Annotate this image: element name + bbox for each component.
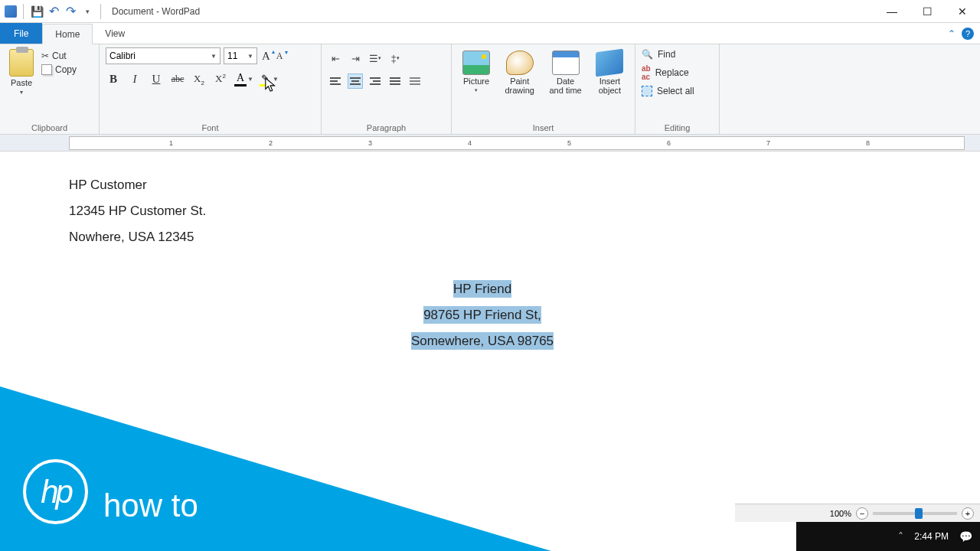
redo-icon[interactable]: ↷ (64, 5, 77, 18)
find-label: Find (658, 49, 675, 60)
paragraph-group: ⇤ ⇥ ☰▾ ‡▾ Paragraph (322, 44, 452, 134)
document-line-selected[interactable]: Somewhere, USA 98765 (69, 334, 896, 349)
maximize-button[interactable]: ☐ (910, 0, 945, 23)
title-bar: 💾 ↶ ↷ ▾ Document - WordPad — ☐ ✕ (0, 0, 980, 23)
cut-label: Cut (52, 51, 67, 61)
collapse-ribbon-icon[interactable]: ⌃ (948, 28, 956, 39)
save-icon[interactable]: 💾 (30, 5, 44, 18)
insert-picture-button[interactable]: Picture ▾ (458, 49, 495, 95)
wordpad-app-icon (5, 5, 17, 18)
increase-indent-button[interactable]: ⇥ (348, 51, 363, 66)
select-all-button[interactable]: Select all (642, 86, 694, 96)
replace-button[interactable]: abac Replace (642, 64, 694, 81)
zoom-label: 100% (830, 509, 851, 518)
ruler-mark: 6 (667, 139, 671, 147)
scissors-icon: ✂ (41, 51, 49, 61)
line-spacing-button[interactable]: ‡▾ (387, 51, 403, 66)
paragraph-dialog-button[interactable] (407, 73, 423, 89)
paragraph-group-label: Paragraph (328, 122, 445, 132)
paste-label: Paste (11, 78, 32, 87)
paste-icon (9, 49, 34, 77)
ruler-mark: 3 (368, 139, 372, 147)
document-line[interactable]: HP Customer (69, 178, 896, 193)
insert-group-label: Insert (458, 122, 629, 132)
find-icon: 🔍 (642, 49, 653, 60)
font-color-button[interactable]: A ▼ (234, 72, 253, 86)
copy-button[interactable]: Copy (41, 64, 77, 75)
tray-chevron-icon[interactable]: ˄ (898, 530, 903, 543)
insert-object-button[interactable]: Insert object (591, 49, 629, 96)
ruler-mark: 8 (866, 139, 870, 147)
minimize-button[interactable]: — (874, 0, 910, 23)
file-tab[interactable]: File (0, 23, 42, 44)
italic-button[interactable]: I (127, 73, 142, 86)
ribbon-tabs: File Home View ⌃ ? (0, 23, 980, 44)
font-size-value: 11 (227, 51, 237, 61)
superscript-button[interactable]: X2 (213, 73, 228, 85)
editing-group: 🔍 Find abac Replace Select all Editing (635, 44, 720, 134)
status-bar: 100% − + (735, 504, 980, 522)
clipboard-group: Paste ▾ ✂ Cut Copy Clipboard (0, 44, 100, 134)
subscript-button[interactable]: X2 (191, 73, 207, 86)
hp-overlay-text: how to (103, 487, 198, 524)
align-left-button[interactable] (328, 73, 343, 89)
window-title: Document - WordPad (109, 6, 200, 17)
object-label: Insert object (596, 77, 624, 95)
document-page[interactable]: HP Customer 12345 HP Customer St. Nowher… (69, 152, 896, 360)
bold-button[interactable]: B (106, 73, 121, 86)
chevron-down-icon: ▼ (247, 53, 253, 60)
calendar-icon (552, 51, 580, 75)
zoom-in-button[interactable]: + (962, 507, 974, 520)
separator (23, 4, 24, 19)
document-line[interactable]: 12345 HP Customer St. (69, 204, 896, 219)
cut-button[interactable]: ✂ Cut (41, 51, 77, 61)
align-center-button[interactable] (348, 73, 363, 89)
zoom-out-button[interactable]: − (856, 507, 868, 520)
grow-font-button[interactable]: A▴ (260, 50, 272, 63)
help-icon[interactable]: ? (962, 28, 974, 40)
font-family-select[interactable]: Calibri ▼ (106, 47, 220, 64)
paste-button[interactable]: Paste ▾ (6, 47, 37, 97)
qat-customize-icon[interactable]: ▾ (80, 5, 94, 18)
justify-button[interactable] (387, 73, 403, 89)
font-size-select[interactable]: 11 ▼ (224, 47, 257, 64)
notifications-icon[interactable]: 💬 (959, 530, 972, 543)
font-color-swatch (234, 84, 247, 86)
home-tab[interactable]: Home (42, 24, 93, 44)
align-right-button[interactable] (368, 73, 383, 89)
ribbon-right: ⌃ ? (948, 23, 980, 44)
ruler-mark: 7 (766, 139, 770, 147)
ribbon: Paste ▾ ✂ Cut Copy Clipboard Calibri (0, 44, 980, 135)
clock[interactable]: 2:44 PM (914, 531, 949, 542)
replace-icon: abac (642, 64, 651, 81)
strikethrough-button[interactable]: abc (170, 73, 185, 85)
document-line-selected[interactable]: HP Friend (69, 282, 896, 297)
zoom-slider[interactable] (873, 512, 957, 515)
separator (100, 4, 101, 19)
ruler-mark: 5 (567, 139, 571, 147)
shrink-font-button[interactable]: A▾ (275, 51, 285, 62)
editing-group-label: Editing (642, 122, 713, 132)
paint-icon (506, 51, 534, 75)
horizontal-ruler[interactable]: 1 2 3 4 5 6 7 8 (69, 136, 965, 150)
decrease-indent-button[interactable]: ⇤ (328, 51, 343, 66)
document-line[interactable]: Nowhere, USA 12345 (69, 230, 896, 245)
picture-label: Picture (463, 77, 489, 86)
highlight-button[interactable]: ✎ ▼ (260, 73, 279, 86)
close-button[interactable]: ✕ (945, 0, 980, 23)
bullet-list-button[interactable]: ☰▾ (368, 51, 383, 66)
select-all-icon (642, 86, 652, 96)
font-family-value: Calibri (109, 51, 136, 61)
date-time-button[interactable]: Date and time (544, 49, 586, 96)
taskbar: ˄ 2:44 PM 💬 (796, 522, 980, 551)
undo-icon[interactable]: ↶ (47, 5, 60, 18)
zoom-thumb[interactable] (915, 508, 923, 519)
copy-icon (41, 64, 52, 75)
find-button[interactable]: 🔍 Find (642, 49, 694, 60)
underline-button[interactable]: U (149, 73, 164, 86)
paint-drawing-button[interactable]: Paint drawing (499, 49, 540, 96)
clipboard-group-label: Clipboard (6, 122, 93, 132)
document-line-selected[interactable]: 98765 HP Friend St, (69, 308, 896, 323)
replace-label: Replace (655, 67, 689, 78)
view-tab[interactable]: View (93, 23, 137, 44)
